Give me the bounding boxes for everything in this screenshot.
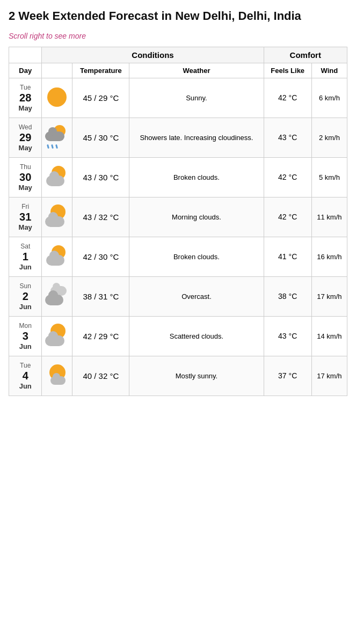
wind-cell: 2 km/h [311,118,347,157]
temperature-cell: 42 / 29 °C [72,316,129,356]
day-cell: Thu30May [9,157,42,197]
day-cell: Tue28May [9,78,42,118]
feels-like-cell: 43 °C [264,316,311,356]
feels-like-cell: 41 °C [264,237,311,276]
temperature-cell: 43 / 32 °C [72,197,129,237]
feels-like-cell: 43 °C [264,118,311,157]
table-row: Sat1Jun42 / 30 °CBroken clouds.41 °C16 k… [9,237,347,276]
comfort-header: Comfort [264,47,347,63]
feels-like-cell: 37 °C [264,356,311,396]
weather-description-cell: Showers late. Increasing cloudiness. [129,118,264,157]
temperature-cell: 42 / 30 °C [72,237,129,276]
weather-icon-cell [42,78,72,118]
table-row: Tue4Jun40 / 32 °CMostly sunny.37 °C17 km… [9,356,347,396]
col-icon [42,63,72,78]
table-row: Mon3Jun42 / 29 °CScattered clouds.43 °C1… [9,316,347,356]
feels-like-cell: 42 °C [264,157,311,197]
day-cell: Fri31May [9,197,42,237]
table-row: Thu30May43 / 30 °CBroken clouds.42 °C5 k… [9,157,347,197]
weather-icon-cell [42,316,72,356]
feels-like-cell: 42 °C [264,78,311,118]
temperature-cell: 38 / 31 °C [72,276,129,316]
day-cell: Mon3Jun [9,316,42,356]
weather-description-cell: Scattered clouds. [129,316,264,356]
col-day: Day [9,63,42,78]
table-row: Wed29May45 / 30 °CShowers late. Increasi… [9,118,347,157]
feels-like-cell: 38 °C [264,276,311,316]
temperature-cell: 43 / 30 °C [72,157,129,197]
col-weather: Weather [129,63,264,78]
weather-description-cell: Morning clouds. [129,197,264,237]
scroll-hint: Scroll right to see more [9,32,347,40]
table-row: Tue28May45 / 29 °CSunny.42 °C6 km/h [9,78,347,118]
day-cell: Wed29May [9,118,42,157]
weather-icon-cell [42,197,72,237]
feels-like-cell: 42 °C [264,197,311,237]
col-wind: Wind [311,63,347,78]
weather-icon-cell [42,276,72,316]
temperature-cell: 45 / 29 °C [72,78,129,118]
weather-icon-cell [42,157,72,197]
temperature-cell: 40 / 32 °C [72,356,129,396]
day-cell: Sat1Jun [9,237,42,276]
day-cell: Sun2Jun [9,276,42,316]
day-cell: Tue4Jun [9,356,42,396]
wind-cell: 14 km/h [311,316,347,356]
col-temperature: Temperature [72,63,129,78]
weather-icon-cell [42,237,72,276]
page-title: 2 Week Extended Forecast in New Delhi, D… [9,9,347,24]
wind-cell: 17 km/h [311,276,347,316]
wind-cell: 11 km/h [311,197,347,237]
weather-icon-cell [42,118,72,157]
weather-description-cell: Sunny. [129,78,264,118]
weather-description-cell: Overcast. [129,276,264,316]
temperature-cell: 45 / 30 °C [72,118,129,157]
wind-cell: 17 km/h [311,356,347,396]
wind-cell: 16 km/h [311,237,347,276]
conditions-header: Conditions [42,47,264,63]
col-feels-like: Feels Like [264,63,311,78]
wind-cell: 6 km/h [311,78,347,118]
wind-cell: 5 km/h [311,157,347,197]
table-row: Sun2Jun38 / 31 °COvercast.38 °C17 km/h [9,276,347,316]
weather-description-cell: Broken clouds. [129,237,264,276]
weather-description-cell: Broken clouds. [129,157,264,197]
forecast-table: Conditions Comfort Day Temperature Weath… [9,47,347,396]
weather-description-cell: Mostly sunny. [129,356,264,396]
table-row: Fri31May43 / 32 °CMorning clouds.42 °C11… [9,197,347,237]
weather-icon-cell [42,356,72,396]
